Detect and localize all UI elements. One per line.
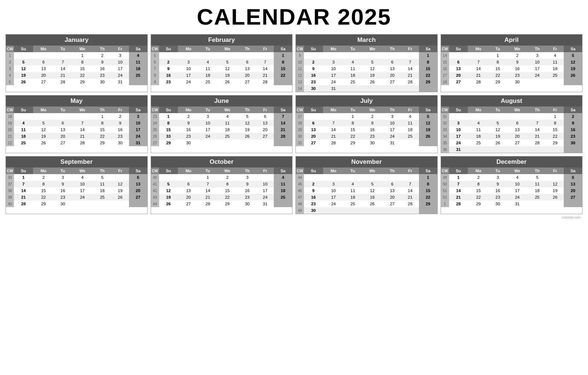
day-cell: 16	[54, 187, 72, 194]
sa-header: Sa	[419, 167, 437, 174]
day-cell: 22	[546, 133, 564, 140]
saturday-cell: 12	[564, 59, 582, 65]
day-cell: 1	[93, 113, 112, 120]
day-cell	[33, 52, 54, 59]
day-cell: 5	[362, 59, 383, 65]
sunday-cell: 6	[304, 120, 323, 126]
day-cell	[383, 52, 402, 59]
sa-header: Sa	[129, 107, 147, 113]
day-cell: 11	[216, 120, 238, 126]
day-cell: 1	[199, 174, 217, 181]
day-cell: 22	[33, 194, 54, 201]
day-cell: 24	[111, 72, 129, 79]
day-cell: 20	[238, 72, 257, 79]
saturday-cell	[129, 201, 147, 207]
su-header: Su	[14, 167, 33, 174]
sunday-cell: 4	[14, 120, 33, 126]
day-cell: 7	[72, 120, 93, 126]
cw-cell: 7	[151, 65, 159, 72]
cw-cell: 27	[296, 113, 304, 120]
day-cell: 14	[323, 126, 344, 133]
sunday-cell: 14	[14, 187, 33, 194]
day-cell: 26	[362, 79, 383, 85]
day-cell: 12	[489, 126, 507, 133]
day-cell: 21	[528, 133, 546, 140]
day-cell	[238, 52, 257, 59]
sunday-cell: 20	[449, 72, 468, 79]
day-cell	[216, 140, 238, 146]
day-cell: 29	[546, 140, 564, 146]
cw-cell: 33	[441, 126, 449, 133]
month-january: JanuaryCWSuMoTuWeThFrSa11234256789101131…	[6, 34, 148, 92]
day-cell: 6	[383, 59, 402, 65]
day-cell: 14	[401, 65, 419, 72]
sunday-cell	[304, 113, 323, 120]
cw-cell: 36	[6, 174, 14, 181]
day-cell: 6	[238, 59, 257, 65]
day-cell: 15	[344, 126, 362, 133]
sa-header: Sa	[129, 46, 147, 52]
day-cell: 17	[257, 187, 274, 194]
day-cell: 20	[33, 72, 54, 79]
saturday-cell: 27	[129, 194, 147, 201]
day-cell: 29	[72, 79, 93, 85]
day-cell: 8	[216, 181, 238, 187]
cw-cell: 52	[441, 194, 449, 201]
day-cell: 2	[111, 113, 129, 120]
day-cell: 27	[54, 140, 72, 146]
day-cell: 28	[257, 79, 274, 85]
sa-header: Sa	[419, 46, 437, 52]
day-cell: 19	[362, 194, 383, 201]
saturday-cell: 10	[129, 120, 147, 126]
cw-cell: 30	[296, 133, 304, 140]
day-cell: 5	[362, 181, 383, 187]
cw-cell: 18	[441, 79, 449, 85]
day-cell: 30	[506, 79, 528, 85]
saturday-cell: 20	[564, 187, 582, 194]
day-cell: 22	[72, 72, 93, 79]
sa-header: Sa	[564, 107, 582, 113]
cw-cell: 41	[151, 181, 159, 187]
day-cell: 23	[178, 133, 199, 140]
sunday-cell	[304, 174, 323, 181]
saturday-cell	[564, 146, 582, 153]
cw-cell: 45	[296, 181, 304, 187]
cw-cell: 3	[6, 65, 14, 72]
sunday-cell	[159, 52, 178, 59]
day-cell: 27	[178, 201, 199, 207]
day-cell: 8	[344, 120, 362, 126]
day-cell: 13	[383, 187, 402, 194]
saturday-cell: 7	[274, 113, 292, 120]
day-cell	[323, 174, 344, 181]
day-cell: 11	[93, 181, 112, 187]
day-cell: 18	[468, 133, 489, 140]
month-november: NovemberCWSuMoTuWeThFrSa4414523456784691…	[295, 156, 438, 214]
day-cell	[468, 146, 489, 153]
month-september: SeptemberCWSuMoTuWeThFrSa361234563778910…	[6, 156, 148, 214]
day-cell: 3	[489, 174, 507, 181]
day-cell: 25	[468, 140, 489, 146]
day-cell: 3	[323, 59, 344, 65]
day-cell: 22	[344, 133, 362, 140]
day-cell: 23	[506, 72, 528, 79]
sunday-cell: 30	[304, 207, 323, 214]
day-cell: 24	[506, 194, 528, 201]
saturday-cell: 5	[419, 113, 437, 120]
sunday-cell: 16	[159, 72, 178, 79]
month-december: DecemberCWSuMoTuWeThFrSa4912345650789101…	[441, 156, 583, 214]
sunday-cell: 28	[449, 201, 468, 207]
day-cell	[401, 140, 419, 146]
day-cell: 24	[199, 133, 217, 140]
sunday-cell: 27	[449, 79, 468, 85]
day-cell	[216, 52, 238, 59]
sunday-cell: 13	[304, 126, 323, 133]
day-cell: 16	[93, 65, 112, 72]
sunday-cell: 5	[14, 59, 33, 65]
day-cell: 9	[111, 120, 129, 126]
day-cell: 12	[238, 120, 257, 126]
saturday-cell: 4	[129, 52, 147, 59]
calendar-grid: JanuaryCWSuMoTuWeThFrSa11234256789101131…	[6, 34, 582, 214]
day-cell: 4	[199, 59, 217, 65]
saturday-cell: 3	[129, 113, 147, 120]
day-cell	[362, 85, 383, 92]
